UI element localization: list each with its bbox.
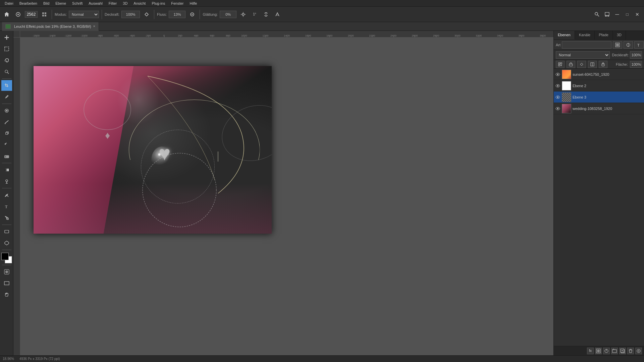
- layer-fx-button[interactable]: fx: [587, 348, 594, 354]
- layer-filter-pixel-btn[interactable]: [613, 41, 622, 49]
- svg-point-60: [557, 108, 558, 109]
- tab-3d[interactable]: 3D: [613, 31, 626, 40]
- toolbar-separator-1: [52, 10, 52, 19]
- close-button[interactable]: ✕: [633, 10, 642, 19]
- blend-mode-select[interactable]: Normal Multiplizieren Bildschirm Überlag…: [556, 51, 610, 59]
- menu-schrift[interactable]: Schrift: [69, 1, 85, 6]
- menu-fenster[interactable]: Fenster: [168, 1, 186, 6]
- color-selector[interactable]: [1, 253, 12, 263]
- layer-visibility-ebene2[interactable]: [555, 83, 560, 88]
- layer-item-ebene2[interactable]: Ebene 2: [554, 80, 644, 92]
- angle-button[interactable]: 1°: [250, 10, 259, 19]
- lock-position-btn[interactable]: [577, 61, 586, 68]
- home-button[interactable]: [2, 10, 11, 19]
- menu-filter[interactable]: Filter: [106, 1, 119, 6]
- fluss-input[interactable]: [169, 11, 185, 18]
- menu-bild[interactable]: Bild: [41, 1, 52, 6]
- menu-bearbeiten[interactable]: Bearbeiten: [17, 1, 40, 6]
- layer-search-input[interactable]: [562, 41, 611, 49]
- layer-delete-button[interactable]: [627, 348, 634, 354]
- layer-filter-text-btn[interactable]: T: [634, 41, 644, 49]
- 3d-tool[interactable]: [1, 238, 12, 248]
- svg-point-62: [597, 350, 600, 352]
- symmetry-button[interactable]: [261, 10, 271, 19]
- layer-thumb-ebene2: [562, 81, 571, 90]
- path-select-tool[interactable]: [1, 213, 12, 223]
- svg-rect-16: [5, 47, 9, 51]
- brush-preset-button[interactable]: [40, 10, 49, 19]
- svg-point-7: [242, 13, 244, 15]
- layer-visibility-wedding[interactable]: [555, 106, 560, 111]
- layer-new-button[interactable]: [619, 348, 626, 354]
- crop-tool[interactable]: [1, 80, 12, 91]
- menu-plugins[interactable]: Plug-ins: [149, 1, 168, 6]
- menu-3d[interactable]: 3D: [120, 1, 130, 6]
- canvas-area[interactable]: -1600 -1400 -1200 -1000 -800 -600 -400 -…: [13, 31, 553, 355]
- clone-stamp-tool[interactable]: [1, 128, 12, 139]
- gradient-tool[interactable]: [1, 165, 12, 175]
- deckraft-input[interactable]: [121, 11, 140, 18]
- foreground-color[interactable]: [1, 253, 9, 260]
- menu-datei[interactable]: Datei: [2, 1, 16, 6]
- hand-tool[interactable]: [1, 289, 12, 300]
- svg-rect-13: [607, 16, 609, 16]
- lock-transparent-btn[interactable]: [556, 61, 565, 68]
- deckraft-value[interactable]: [630, 51, 642, 59]
- layer-mask-button[interactable]: [595, 348, 602, 354]
- shape-tool[interactable]: [1, 226, 12, 237]
- brush-tool[interactable]: [1, 117, 12, 127]
- quick-select-tool[interactable]: [1, 66, 12, 77]
- canvas-image[interactable]: ♥ ♦: [34, 66, 272, 234]
- eyedropper-tool[interactable]: [1, 92, 12, 102]
- marquee-tool[interactable]: [1, 44, 12, 54]
- lasso-tool[interactable]: [1, 55, 12, 66]
- lock-all-btn[interactable]: [599, 61, 607, 68]
- layer-visibility-sunset[interactable]: [555, 72, 560, 77]
- layer-item-sunset[interactable]: sunset-6041750_1920: [554, 69, 644, 80]
- screen-mode-button[interactable]: [1, 278, 12, 289]
- fläche-value[interactable]: [630, 61, 642, 68]
- layer-adjustment-button[interactable]: [603, 348, 610, 354]
- history-brush-tool[interactable]: [1, 139, 12, 150]
- eraser-tool[interactable]: [1, 151, 12, 162]
- dodge-tool[interactable]: [1, 176, 12, 187]
- lock-pixels-btn[interactable]: [567, 61, 575, 68]
- text-tool[interactable]: T: [1, 201, 12, 212]
- file-tab-active[interactable]: Leucht Effekt.psdc bei 19% (Ebene 3, RGB…: [2, 22, 99, 31]
- fluss-icon[interactable]: [187, 10, 197, 19]
- layer-visibility-ebene3[interactable]: [555, 95, 560, 100]
- toolbar-separator-4: [200, 10, 200, 19]
- deckraft-icon[interactable]: [142, 10, 151, 19]
- layer-group-button[interactable]: [611, 348, 618, 354]
- right-panel: Ebenen Kanäle Pfade 3D Art T: [553, 31, 644, 355]
- heal-tool[interactable]: [1, 105, 12, 116]
- layers-settings-btn[interactable]: [635, 348, 642, 354]
- layer-item-wedding[interactable]: wedding-1083258_1920: [554, 103, 644, 114]
- brush-tool-button[interactable]: [13, 10, 23, 19]
- brush-size-display[interactable]: 2562: [25, 11, 38, 18]
- lock-artboard-btn[interactable]: [588, 61, 597, 68]
- settings-button[interactable]: [238, 10, 248, 19]
- menu-ansicht[interactable]: Ansicht: [131, 1, 148, 6]
- menu-ebene[interactable]: Ebene: [53, 1, 69, 6]
- pen-tool[interactable]: [1, 190, 12, 200]
- canvas-container[interactable]: ♥ ♦: [34, 66, 272, 234]
- layer-filter-adj-btn[interactable]: [624, 41, 633, 49]
- tab-ebenen[interactable]: Ebenen: [554, 31, 575, 40]
- tab-pfade[interactable]: Pfade: [595, 31, 613, 40]
- menu-auswahl[interactable]: Auswahl: [86, 1, 105, 6]
- layer-item-ebene3[interactable]: Ebene 3: [554, 92, 644, 103]
- move-tool[interactable]: [1, 32, 12, 43]
- search-button[interactable]: [592, 10, 602, 19]
- pressure-button[interactable]: [273, 10, 282, 19]
- modus-select[interactable]: Normal Multiplizieren Bildschirm: [69, 11, 99, 18]
- workspace-button[interactable]: [602, 10, 612, 19]
- file-tab-close[interactable]: ×: [93, 24, 95, 28]
- glattung-input[interactable]: [220, 11, 236, 18]
- quick-mask-button[interactable]: [1, 266, 12, 277]
- minimize-button[interactable]: ─: [612, 10, 622, 19]
- tab-kanale[interactable]: Kanäle: [575, 31, 595, 40]
- menu-hilfe[interactable]: Hilfe: [187, 1, 200, 6]
- svg-point-36: [84, 89, 131, 130]
- maximize-button[interactable]: □: [623, 10, 632, 19]
